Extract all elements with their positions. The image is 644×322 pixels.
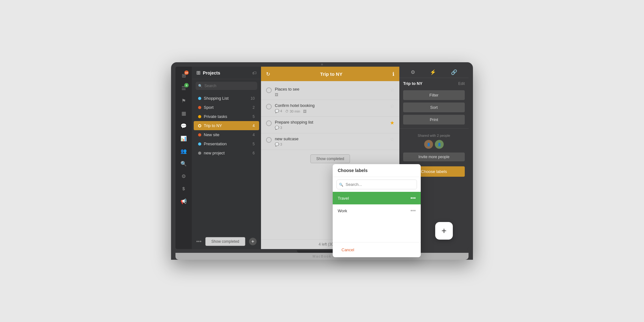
shared-section: Shared with 2 people 👤 👤 Invite more peo… bbox=[399, 131, 469, 164]
task-checkbox[interactable] bbox=[266, 120, 272, 126]
cancel-button[interactable]: Cancel bbox=[338, 246, 358, 254]
projects-title: Projects bbox=[203, 70, 220, 75]
fab-button[interactable]: + bbox=[435, 222, 453, 240]
label-more-icon[interactable]: ••• bbox=[410, 208, 416, 214]
modal-search-input[interactable] bbox=[336, 180, 417, 189]
project-dot bbox=[198, 152, 201, 155]
inbox-icon[interactable]: ☰ 3 bbox=[178, 82, 189, 94]
link-icon[interactable]: 🔗 bbox=[451, 69, 457, 75]
task-attachment: 🖼 bbox=[303, 109, 307, 113]
task-meta: 💬 4 ⏱ 30 min 🖼 bbox=[275, 109, 387, 113]
grid-icon: ⊞ bbox=[196, 70, 200, 76]
project-name: Private tasks bbox=[204, 114, 250, 119]
task-star-button[interactable]: ★ bbox=[390, 120, 394, 126]
laptop-chin: MacBook bbox=[175, 253, 469, 260]
people-icon[interactable]: 👥 bbox=[178, 145, 189, 157]
dollar-icon[interactable]: $ bbox=[178, 183, 189, 194]
project-count: 4 bbox=[253, 124, 255, 128]
label-item-work[interactable]: Work ••• bbox=[333, 204, 421, 217]
settings-icon[interactable]: ⚙ bbox=[178, 170, 189, 182]
project-item-presentation[interactable]: Presentation 5 bbox=[194, 139, 259, 148]
invite-button[interactable]: Invite more people bbox=[403, 153, 465, 161]
sidebar-more-button[interactable]: ••• bbox=[196, 239, 202, 244]
project-item-shopping[interactable]: Shopping List 10 bbox=[194, 94, 259, 103]
project-count: 2 bbox=[253, 105, 255, 110]
search-icon[interactable]: 🔍 bbox=[178, 158, 189, 169]
label-more-icon[interactable]: ••• bbox=[410, 195, 416, 201]
task-checkbox[interactable] bbox=[266, 104, 272, 109]
lightning-icon[interactable]: ⚡ bbox=[430, 69, 436, 75]
task-comment-count: 💬 3 bbox=[275, 126, 282, 130]
task-item: Places to see 🖼 ☆ bbox=[261, 84, 399, 100]
print-button[interactable]: Print bbox=[403, 115, 465, 125]
calendar-icon[interactable]: ▦ bbox=[178, 108, 189, 119]
task-star-button[interactable]: ☆ bbox=[390, 87, 394, 93]
icon-bar: ⊞ 10 ☰ 3 ⚑ ▦ 💬 📊 👥 🔍 ⚙ bbox=[175, 67, 192, 249]
task-item: Confirm hotel booking 💬 4 ⏱ 30 min 🖼 ☆ bbox=[261, 100, 399, 117]
project-item-newproject[interactable]: new project 6 bbox=[194, 148, 259, 158]
project-item-newsite[interactable]: New site 4 bbox=[194, 130, 259, 139]
filter-button[interactable]: Filter bbox=[403, 90, 465, 100]
right-panel-header: ⚙ ⚡ 🔗 bbox=[399, 67, 469, 78]
task-panel-title: Trip to NY bbox=[270, 71, 392, 77]
app-screen: ⊞ 10 ☰ 3 ⚑ ▦ 💬 📊 👥 🔍 ⚙ bbox=[175, 67, 469, 249]
choose-labels-modal: Choose labels Travel ••• Work ••• bbox=[333, 164, 421, 257]
tag-icon[interactable]: 🏷 bbox=[252, 70, 257, 75]
chat-icon[interactable]: 💬 bbox=[178, 120, 189, 131]
right-panel-title: Trip to NY bbox=[403, 81, 422, 86]
task-content: Prepare shopping list 💬 3 bbox=[275, 120, 387, 130]
project-dot bbox=[198, 97, 201, 100]
refresh-icon[interactable]: ↻ bbox=[266, 71, 270, 77]
task-content: Places to see 🖼 bbox=[275, 87, 387, 97]
projects-header: ⊞ Projects 🏷 bbox=[192, 67, 261, 79]
project-item-tripny[interactable]: Trip to NY 4 bbox=[194, 121, 259, 130]
project-name: Trip to NY bbox=[204, 123, 250, 128]
project-count: 6 bbox=[253, 151, 255, 155]
project-name: Presentation bbox=[204, 142, 250, 146]
task-star-button[interactable]: ☆ bbox=[390, 103, 394, 109]
edit-button[interactable]: Edit bbox=[458, 81, 465, 86]
project-name: Shopping List bbox=[204, 96, 248, 101]
project-search-input[interactable] bbox=[196, 82, 257, 90]
project-name: new project bbox=[204, 151, 250, 155]
modal-search-wrap bbox=[333, 177, 421, 192]
project-dot bbox=[198, 142, 201, 146]
task-title: Prepare shopping list bbox=[275, 120, 387, 125]
project-dot bbox=[198, 115, 201, 118]
task-meta: 💬 3 bbox=[275, 126, 387, 130]
project-item-private[interactable]: Private tasks 5 bbox=[194, 112, 259, 121]
sort-button[interactable]: Sort bbox=[403, 103, 465, 112]
avatar-1: 👤 bbox=[424, 140, 433, 149]
project-dot bbox=[198, 133, 201, 136]
settings-icon[interactable]: ⚙ bbox=[411, 69, 415, 75]
task-checkbox[interactable] bbox=[266, 87, 272, 93]
project-count: 5 bbox=[253, 142, 255, 146]
sidebar-show-completed-button[interactable]: Show completed bbox=[205, 237, 245, 246]
project-name: New site bbox=[204, 132, 250, 137]
label-name: Travel bbox=[338, 196, 349, 201]
label-item-travel[interactable]: Travel ••• bbox=[333, 192, 421, 204]
task-meta: 💬 3 bbox=[275, 142, 387, 147]
shared-title: Shared with 2 people bbox=[403, 134, 465, 137]
project-count: 4 bbox=[253, 133, 255, 137]
task-attachment-icon: 🖼 bbox=[275, 93, 278, 97]
project-dot bbox=[198, 124, 201, 127]
shared-avatars: 👤 👤 bbox=[403, 140, 465, 149]
project-item-sport[interactable]: Sport 2 bbox=[194, 103, 259, 112]
task-star-button[interactable]: ☆ bbox=[390, 136, 394, 142]
flag-icon[interactable]: ⚑ bbox=[178, 95, 189, 106]
task-title: Confirm hotel booking bbox=[275, 103, 387, 108]
home-icon[interactable]: ⊞ 10 bbox=[178, 70, 189, 81]
task-checkbox[interactable] bbox=[266, 137, 272, 143]
task-meta: 🖼 bbox=[275, 93, 387, 97]
modal-footer: Cancel bbox=[333, 242, 421, 257]
show-completed-button[interactable]: Show completed bbox=[310, 154, 350, 163]
info-icon[interactable]: ℹ bbox=[392, 71, 394, 77]
task-comment-count: 💬 3 bbox=[275, 142, 282, 147]
task-item: new suitcase 💬 3 ☆ bbox=[261, 133, 399, 150]
chart-icon[interactable]: 📊 bbox=[178, 133, 189, 144]
modal-spacer bbox=[333, 217, 421, 242]
add-project-button[interactable]: + bbox=[249, 238, 257, 245]
megaphone-icon[interactable]: 📢 bbox=[178, 196, 189, 207]
laptop-brand: MacBook bbox=[313, 254, 331, 258]
